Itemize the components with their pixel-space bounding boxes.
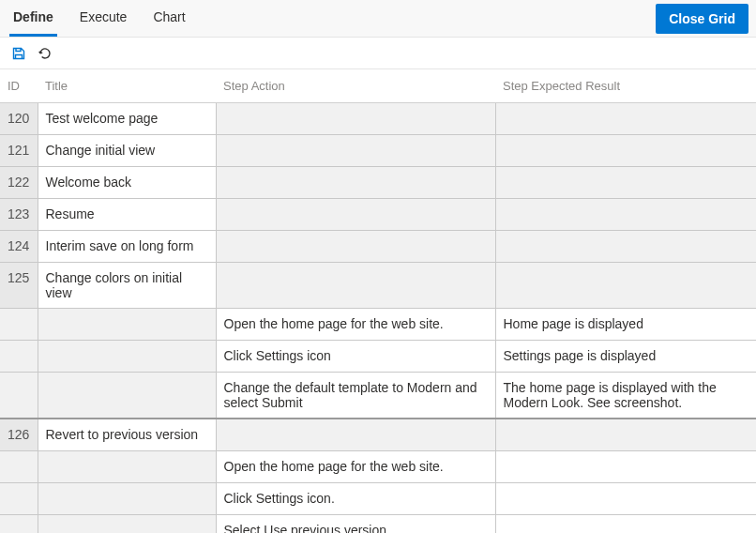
- close-grid-button[interactable]: Close Grid: [656, 4, 748, 34]
- tab-chart[interactable]: Chart: [140, 0, 198, 37]
- cell-result[interactable]: [495, 419, 756, 450]
- cell-result[interactable]: [495, 231, 756, 263]
- cell-result[interactable]: [495, 199, 756, 231]
- cell-title[interactable]: [38, 450, 216, 482]
- cell-id[interactable]: [0, 341, 38, 373]
- cell-id[interactable]: 121: [0, 135, 38, 167]
- cell-id[interactable]: 126: [0, 419, 38, 450]
- cell-id[interactable]: [0, 514, 38, 533]
- cell-title[interactable]: [38, 514, 216, 533]
- table-row[interactable]: 120Test welcome page: [0, 103, 756, 135]
- table-row[interactable]: Change the default template to Modern an…: [0, 373, 756, 419]
- test-cases-grid: ID Title Step Action Step Expected Resul…: [0, 69, 756, 533]
- cell-action[interactable]: [216, 167, 495, 199]
- cell-result[interactable]: [495, 263, 756, 309]
- cell-title[interactable]: Interim save on long form: [38, 231, 216, 263]
- table-row[interactable]: 122Welcome back: [0, 167, 756, 199]
- cell-result[interactable]: [495, 482, 756, 514]
- cell-id[interactable]: 120: [0, 103, 38, 135]
- cell-title[interactable]: Welcome back: [38, 167, 216, 199]
- cell-result[interactable]: [495, 514, 756, 533]
- cell-title[interactable]: Resume: [38, 199, 216, 231]
- cell-title[interactable]: [38, 341, 216, 373]
- cell-result[interactable]: [495, 450, 756, 482]
- table-row[interactable]: Click Settings iconSettings page is disp…: [0, 341, 756, 373]
- cell-id[interactable]: [0, 450, 38, 482]
- table-row[interactable]: Click Settings icon.: [0, 482, 756, 514]
- cell-result[interactable]: The home page is displayed with the Mode…: [495, 373, 756, 419]
- cell-title[interactable]: Change colors on initial view: [38, 263, 216, 309]
- table-row[interactable]: 123Resume: [0, 199, 756, 231]
- column-header-action[interactable]: Step Action: [216, 69, 495, 103]
- sub-toolbar: [0, 38, 756, 69]
- cell-id[interactable]: [0, 373, 38, 419]
- tab-execute[interactable]: Execute: [67, 0, 141, 37]
- cell-id[interactable]: [0, 309, 38, 341]
- save-work-items-icon[interactable]: [11, 46, 26, 61]
- table-row[interactable]: Open the home page for the web site.: [0, 450, 756, 482]
- cell-action[interactable]: Select Use previous version: [216, 514, 495, 533]
- cell-action[interactable]: Open the home page for the web site.: [216, 450, 495, 482]
- cell-title[interactable]: Revert to previous version: [38, 419, 216, 450]
- cell-action[interactable]: [216, 263, 495, 309]
- cell-id[interactable]: 125: [0, 263, 38, 309]
- cell-id[interactable]: 122: [0, 167, 38, 199]
- cell-title[interactable]: Change initial view: [38, 135, 216, 167]
- table-row[interactable]: 126Revert to previous version: [0, 419, 756, 450]
- column-header-id[interactable]: ID: [0, 69, 38, 103]
- cell-result[interactable]: Settings page is displayed: [495, 341, 756, 373]
- grid-body: 120Test welcome page121Change initial vi…: [0, 103, 756, 534]
- cell-action[interactable]: [216, 419, 495, 450]
- cell-title[interactable]: [38, 373, 216, 419]
- cell-id[interactable]: [0, 482, 38, 514]
- cell-action[interactable]: Click Settings icon: [216, 341, 495, 373]
- table-row[interactable]: 124Interim save on long form: [0, 231, 756, 263]
- cell-result[interactable]: Home page is displayed: [495, 309, 756, 341]
- cell-action[interactable]: [216, 135, 495, 167]
- cell-result[interactable]: [495, 167, 756, 199]
- cell-action[interactable]: Open the home page for the web site.: [216, 309, 495, 341]
- cell-title[interactable]: [38, 482, 216, 514]
- refresh-icon[interactable]: [38, 46, 53, 61]
- cell-action[interactable]: Change the default template to Modern an…: [216, 373, 495, 419]
- cell-title[interactable]: Test welcome page: [38, 103, 216, 135]
- table-row[interactable]: Select Use previous version: [0, 514, 756, 533]
- cell-result[interactable]: [495, 103, 756, 135]
- table-row[interactable]: 125Change colors on initial view: [0, 263, 756, 309]
- cell-action[interactable]: Click Settings icon.: [216, 482, 495, 514]
- tab-bar: DefineExecuteChart: [0, 0, 199, 37]
- cell-title[interactable]: [38, 309, 216, 341]
- cell-id[interactable]: 123: [0, 199, 38, 231]
- cell-action[interactable]: [216, 103, 495, 135]
- cell-action[interactable]: [216, 231, 495, 263]
- toolbar: DefineExecuteChart Close Grid: [0, 0, 756, 38]
- tab-define[interactable]: Define: [0, 0, 67, 37]
- column-header-result[interactable]: Step Expected Result: [495, 69, 756, 103]
- cell-id[interactable]: 124: [0, 231, 38, 263]
- cell-action[interactable]: [216, 199, 495, 231]
- table-row[interactable]: 121Change initial view: [0, 135, 756, 167]
- header-row: ID Title Step Action Step Expected Resul…: [0, 69, 756, 103]
- table-row[interactable]: Open the home page for the web site.Home…: [0, 309, 756, 341]
- cell-result[interactable]: [495, 135, 756, 167]
- column-header-title[interactable]: Title: [38, 69, 216, 103]
